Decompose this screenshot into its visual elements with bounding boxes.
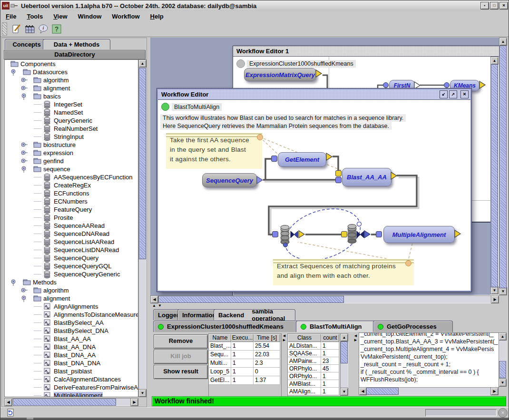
scroll-up-icon[interactable]: ▲ [499,332,507,341]
note-anchor-dot[interactable] [405,260,411,266]
tree-row[interactable]: AASequencesByECFunction [5,173,138,181]
tree-row[interactable]: SequenceDNARead [5,230,138,238]
workflow-node[interactable]: GetElement [278,152,326,167]
scroll-left-icon[interactable]: ◀ [150,295,158,303]
vertical-splitter[interactable] [147,38,150,407]
scroll-right-icon[interactable]: ▶ [490,387,499,395]
node-output-port[interactable] [479,81,486,89]
minimize-button[interactable]: ▪ [480,2,489,10]
stop-button[interactable]: ✕ [498,408,508,418]
tree-row[interactable]: CalcAlignmentDistances [5,375,138,383]
scrollbar-thumb[interactable] [499,361,506,378]
table-cell[interactable]: Sequ... [209,351,231,359]
horizontal-splitter[interactable]: ▲ ▼ [150,303,508,308]
close-icon[interactable]: ✕ [460,90,469,98]
column-header[interactable]: Execu... [231,334,254,342]
workflow-name-label[interactable]: ExpressionCluster1000shuffledKmeans [247,60,356,68]
panel-splitter[interactable]: ◀▶ [353,333,358,395]
tree-row[interactable]: Blast_AA_AA [5,335,138,343]
toolbar-grip[interactable] [2,22,7,36]
table-cell[interactable]: 2.3 [254,359,280,368]
workflow-name-label[interactable]: BlastToMultiAlign [172,103,222,111]
tree-row[interactable]: Prosite [5,214,138,222]
workflow-node[interactable]: ExpressionMatrixQuery [244,68,316,81]
node-input-port[interactable] [335,170,342,176]
node-output-port[interactable] [454,230,461,238]
scrollbar-thumb[interactable] [366,388,399,395]
tree-row[interactable]: biostructure [5,141,138,149]
tree-row[interactable]: expression [5,149,138,157]
valve-icon[interactable] [356,231,364,238]
table-cell[interactable]: 0 [254,368,280,376]
scroll-up-icon[interactable]: ▲ [490,57,499,65]
scroll-down-icon[interactable]: ▼ [499,379,507,387]
desktop-horizontal-scrollbar[interactable]: ◀▶ [150,295,499,303]
loop-output-port[interactable] [298,230,305,238]
backend-code-view[interactable]: _current_top.GetElement_2 = VvMakePersis… [359,332,499,388]
table-cell[interactable]: AMPairw... [288,357,321,365]
scroll-left-icon[interactable]: ◀ [359,387,367,395]
node-input-port[interactable] [376,231,382,237]
tree-row[interactable]: alignment [5,294,138,303]
table-cell[interactable]: 1.37 [254,376,280,385]
scroll-down-icon[interactable]: ▼ [490,286,499,294]
column-header[interactable]: count [321,334,339,342]
class-count-table[interactable]: ClasscountALDistan...1SQAASe...1AMPairw.… [287,333,341,397]
menu-item-tools[interactable]: Tools [21,13,48,20]
close-button[interactable]: ✕ [499,2,508,10]
table-cell[interactable]: ORPhylo... [288,372,321,380]
tree-expand-icon[interactable] [21,287,28,294]
tree-row[interactable]: Components [5,60,138,68]
table-cell[interactable]: Multi... [209,359,231,368]
scroll-right-icon[interactable]: ▶ [491,295,499,303]
splitter-collapse-down-icon[interactable]: ▼ [158,303,162,308]
session-icon[interactable] [6,409,17,417]
tree-row[interactable]: AlignmentsToDistanceMeasure [5,311,138,319]
tree-row[interactable]: BlastBySelect_DNA [5,327,138,335]
node-output-port[interactable] [326,153,333,161]
tree-row[interactable]: sequence [5,165,138,173]
node-input-port[interactable] [335,177,342,183]
edit-icon[interactable] [10,22,23,36]
data-directory-tree[interactable]: ComponentsDatasourcesalgorithmalignmentb… [4,59,138,397]
note-anchor-dot[interactable] [257,134,263,140]
node-input-port[interactable] [383,82,389,88]
workflow-editor-frame[interactable]: Workflow Editor ↙ ↗ ✕ [157,88,471,292]
menu-item-file[interactable]: File [0,13,21,20]
valve-icon[interactable] [290,231,298,238]
maximize-icon[interactable]: ↗ [449,90,457,98]
workflow-editor-titlebar[interactable]: Workflow Editor ↙ ↗ ✕ [158,89,470,100]
tree-row[interactable]: Datasources [5,68,138,76]
loop-output-port[interactable] [364,230,371,238]
table-cell[interactable]: 1 [231,351,254,359]
tree-row[interactable]: ECFunctions [5,189,138,197]
workflow-node[interactable]: MultipleAlignment [383,226,455,243]
job-tab-blasttomultialign[interactable]: BlastToMultiAlign [296,321,381,332]
remove-button[interactable]: Remove [154,334,208,349]
tree-row[interactable]: SequenceQuery [5,254,138,262]
scrollbar-thumb[interactable] [491,64,498,287]
tree-row[interactable]: DeriveFeaturesFromPairwiseAlignm [5,383,138,391]
table-cell[interactable]: Loop_5 [209,368,231,376]
node-input-port[interactable] [271,156,277,162]
jobs-table[interactable]: NameExecu...Time [s]Blast_...125.54Sequ.… [208,333,282,397]
tree-row[interactable]: basics [5,92,138,100]
tab-data-methods[interactable]: Data + Methods [43,39,110,49]
title-bar[interactable]: uit Uebertool version 1.1alpha b70 -- Oc… [0,0,509,11]
node-output-port[interactable] [391,172,398,180]
maximize-button[interactable]: □ [490,2,499,10]
tree-row[interactable]: BlastBySelect_AA [5,319,138,327]
table-cell[interactable]: AMBlast... [288,380,321,388]
scrollbar-thumb[interactable] [341,342,348,363]
tree-row[interactable]: SequenceAARead [5,222,138,230]
tree-row[interactable]: RealNumberSet [5,125,138,133]
menu-item-help[interactable]: Help [145,13,169,20]
menu-item-window[interactable]: Window [73,13,107,20]
table-cell[interactable]: 1 [321,372,339,380]
table-cell[interactable]: 22.03 [254,351,280,359]
tree-expand-icon[interactable] [21,158,28,165]
column-header[interactable]: Class [288,334,321,342]
tree-row[interactable]: Methods [5,278,138,286]
tree-row[interactable]: Blast_DNA_DNA [5,359,138,367]
table-cell[interactable]: 23 [321,357,339,365]
